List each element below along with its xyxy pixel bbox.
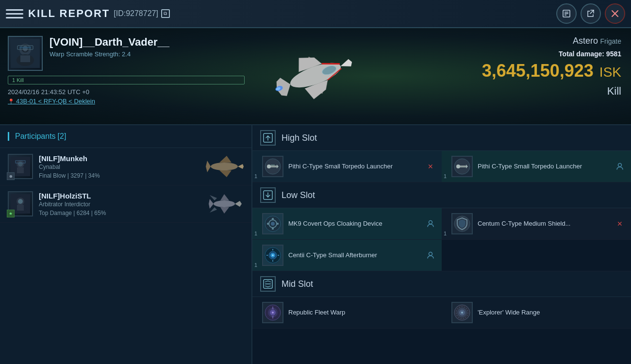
equipment-cell: 1 MK9 Covert Ops Cloaking Device [252,208,442,239]
svg-rect-54 [276,223,279,225]
svg-rect-52 [272,227,274,230]
svg-point-75 [461,312,463,314]
svg-rect-51 [272,218,274,220]
svg-point-27 [211,163,238,170]
victim-ship-stats: Astero Frigate Total damage: 9581 3,645,… [482,36,621,98]
svg-point-71 [272,312,274,314]
participants-title: Participants [15,132,56,141]
player-row: [VOIN]__Darth_Vader__ Warp Scramble Stre… [8,36,245,71]
total-damage: Total damage: 9581 [482,50,621,58]
participant-item[interactable]: ★ [NILF]HolziSTL Arbitrator Interdictor … [0,185,251,223]
equip-name: Pithi C-Type Small Torpedo Launcher [478,162,610,171]
equipment-panel: High Slot 1 Pithi C-Type Small Torpedo L… [252,125,631,364]
kill-location[interactable]: 43B-01 < RFY-QB < Deklein [8,98,245,105]
svg-point-45 [618,164,622,167]
equipment-cell: Republic Fleet Warp [252,297,442,328]
corp-badge: ⊕ [7,172,15,180]
equipment-cell: 'Explorer' Wide Range [442,297,631,328]
equip-fitted-icon[interactable] [425,250,436,261]
svg-line-4 [590,10,594,14]
low-slot-icon [260,187,276,203]
svg-rect-14 [20,55,30,62]
close-button[interactable] [605,3,625,24]
equip-qty: 1 [254,262,257,268]
equipment-cell: 1 Centii C-Type Small [252,240,442,271]
participant-info: [NILF]Munkeh Cynabal Final Blow | 3297 |… [39,154,199,179]
svg-point-50 [271,222,275,226]
svg-point-33 [214,200,235,207]
victim-name: [VOIN]__Darth_Vader__ [50,36,245,49]
equip-icon [262,213,283,234]
notes-button[interactable] [556,3,577,24]
equipment-cell-empty [442,240,631,271]
svg-point-25 [18,162,23,166]
participant-item[interactable]: ⊕ [NILF]Munkeh Cynabal Final Blow | 3297… [0,148,251,185]
equip-icon [262,302,283,323]
equip-icon [451,213,473,234]
equip-name: Centii C-Type Small Afterburner [288,251,420,260]
main-content: Participants [2] ⊕ [NILF]Munkeh [0,125,631,364]
equip-name: 'Explorer' Wide Range [478,308,625,317]
result-label: Kill [482,85,621,98]
isk-value-row: 3,645,150,923 ISK [482,58,621,81]
equipment-cell: 1 Centum C-Type Medium Shield... ✕ [442,208,631,239]
ship-name-class: Astero Frigate [482,36,621,46]
low-slot-items-2: 1 Centii C-Type Small [252,240,631,271]
svg-point-38 [267,165,271,168]
participant-stats: Final Blow | 3297 | 34% [39,172,199,179]
equip-qty: 1 [444,231,447,236]
participant-ship-image [205,154,244,179]
equip-fitted-icon[interactable] [614,161,625,172]
participant-stats: Top Damage | 6284 | 65% [39,210,199,216]
export-button[interactable] [581,3,601,24]
corp-badge: ★ [7,210,15,217]
equip-name: Republic Fleet Warp [288,308,436,317]
high-slot-items: 1 Pithi C-Type Small Torpedo Launcher ✕ … [252,151,631,182]
svg-point-65 [429,252,432,256]
low-slot-title: Low Slot [282,190,315,200]
header: KILL REPORT [ID:9278727] ⧉ [0,0,631,28]
participant-info: [NILF]HolziSTL Arbitrator Interdictor To… [39,192,199,216]
svg-rect-24 [17,167,24,173]
participants-header: Participants [2] [0,125,251,148]
participants-panel: Participants [2] ⊕ [NILF]Munkeh [0,125,252,364]
equip-fitted-icon[interactable] [425,218,436,229]
equip-name: MK9 Covert Ops Cloaking Device [288,219,420,228]
low-slot-items-1: 1 MK9 Covert Ops Cloaking Device [252,208,631,240]
equip-name: Centum C-Type Medium Shield... [478,219,610,228]
low-slot-header: Low Slot [252,182,631,208]
participant-ship: Arbitrator Interdictor [39,201,199,208]
header-actions [556,3,625,24]
equip-name: Pithi C-Type Small Torpedo Launcher [288,162,420,171]
equip-qty: 1 [444,173,447,179]
equip-icon [262,245,283,266]
mid-slot-icon [260,276,276,292]
report-title: KILL REPORT [28,7,110,20]
equip-icon [451,156,473,177]
svg-rect-53 [267,223,269,225]
participant-name: [NILF]Munkeh [39,154,199,163]
high-slot-icon [260,130,276,146]
equipment-cell: 1 Pithi C-Type Small Torpedo Launcher ✕ [252,151,442,182]
kill-date: 2024/02/16 21:43:52 UTC +0 [8,88,245,96]
mid-slot-items: Republic Fleet Warp 'Explorer' Wide Rang… [252,297,631,329]
svg-rect-40 [271,165,275,165]
victim-avatar [8,36,43,71]
title-accent [8,132,9,141]
kill-badge: 1 Kill [8,76,245,84]
copy-id-button[interactable]: ⧉ [161,9,170,18]
victim-ship-image [267,41,364,111]
equip-icon [451,302,473,323]
victim-info-bar: [VOIN]__Darth_Vader__ Warp Scramble Stre… [0,28,631,125]
equip-qty: 1 [254,231,257,236]
victim-details: [VOIN]__Darth_Vader__ Warp Scramble Stre… [50,36,245,58]
svg-point-43 [456,165,460,168]
equip-remove-button[interactable]: ✕ [614,218,625,229]
participant-avatar: ★ [8,191,33,216]
menu-button[interactable] [6,5,23,22]
participant-avatar: ⊕ [8,154,33,179]
equip-qty: 1 [254,173,257,179]
warp-scramble: Warp Scramble Strength: 2.4 [50,50,245,58]
victim-info-left: [VOIN]__Darth_Vader__ Warp Scramble Stre… [0,28,252,124]
equip-remove-button[interactable]: ✕ [425,161,436,172]
